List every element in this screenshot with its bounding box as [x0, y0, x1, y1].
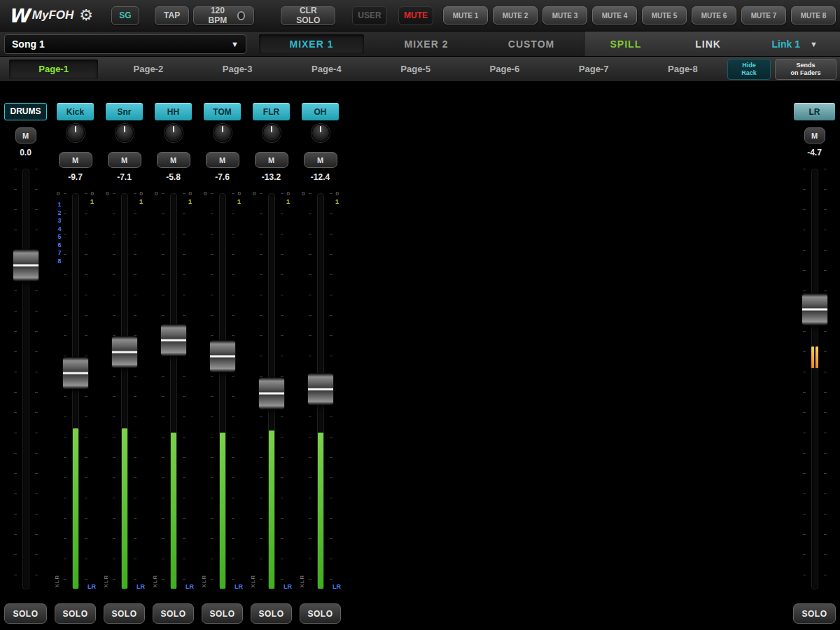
song-selector[interactable]: Song 1 ▼ [4, 34, 246, 54]
link-selector-value: Link 1 [772, 38, 800, 50]
fader-scale-ticks [64, 193, 66, 588]
channel-name-button[interactable]: LR [794, 103, 835, 120]
link-button[interactable]: LINK [667, 38, 750, 50]
channel-name-button[interactable]: Snr [106, 103, 143, 120]
fader-scale-ticks [211, 193, 214, 588]
pan-knob[interactable] [262, 124, 281, 142]
solo-button[interactable]: SOLO [300, 603, 341, 624]
page-tab-2[interactable]: Page-2 [104, 59, 192, 79]
pan-knob[interactable] [214, 124, 232, 142]
fader-handle[interactable] [62, 357, 89, 389]
tab-custom[interactable]: CUSTOM [479, 34, 584, 54]
link-selector[interactable]: Link 1 ▼ [749, 38, 840, 50]
page-tab-8[interactable]: Page-8 [638, 59, 727, 79]
soundgrid-status-button[interactable]: SG [111, 6, 139, 25]
channel-strip: TOM M -7.6 0 0 1 XLR LR SOLO [200, 103, 244, 624]
mute-button[interactable]: M [804, 127, 825, 144]
fader-value: -7.6 [200, 172, 244, 186]
fader-handle[interactable] [802, 293, 828, 326]
channel-strip: FLR M -13.2 0 0 1 XLR LR SOLO [249, 103, 293, 624]
mute-button[interactable]: M [59, 152, 92, 168]
pan-knob[interactable] [312, 124, 330, 142]
fader-handle[interactable] [258, 377, 285, 410]
user-button[interactable]: USER [352, 6, 387, 25]
page-bar: Page-1 Page-2 Page-3 Page-4 Page-5 Page-… [0, 57, 840, 83]
bpm-display-button[interactable]: 120 BPM [193, 6, 254, 25]
output-route-label: LR [88, 583, 96, 590]
page-tab-3[interactable]: Page-3 [193, 59, 282, 79]
meter-scale-ticks [824, 169, 827, 588]
fader-handle[interactable] [13, 249, 39, 281]
mute-button[interactable]: M [108, 152, 141, 168]
master-mute-button[interactable]: MUTE [398, 6, 433, 25]
spill-button[interactable]: SPILL [584, 38, 667, 50]
page-tab-1[interactable]: Page-1 [9, 59, 98, 79]
fader-scale-ticks [162, 193, 164, 588]
fader-handle[interactable] [209, 340, 236, 372]
input-source-label: XLR [54, 575, 60, 588]
channel-strip: Snr M -7.1 0 0 1 XLR LR SOLO [102, 103, 146, 624]
mute-group-3-button[interactable]: MUTE 3 [542, 6, 587, 24]
mute-button[interactable]: M [255, 152, 288, 168]
page-tab-4[interactable]: Page-4 [282, 59, 371, 79]
mute-group-5-button[interactable]: MUTE 5 [642, 6, 687, 24]
sends-on-faders-button[interactable]: Sends on Faders [775, 59, 836, 80]
pan-knob-indicator [222, 126, 223, 132]
channel-name-button[interactable]: OH [302, 103, 339, 120]
solo-button[interactable]: SOLO [55, 603, 96, 624]
mute-group-8-button[interactable]: MUTE 8 [791, 6, 836, 24]
chevron-down-icon: ▼ [231, 40, 239, 48]
tab-mixer-1[interactable]: MIXER 1 [259, 34, 364, 54]
channel-name-button[interactable]: DRUMS [4, 103, 47, 120]
tap-tempo-button[interactable]: TAP [155, 6, 189, 25]
solo-button[interactable]: SOLO [202, 603, 243, 624]
fader-handle[interactable] [111, 336, 138, 368]
mute-group-4-button[interactable]: MUTE 4 [592, 6, 637, 24]
channel-name-button[interactable]: FLR [253, 103, 290, 120]
group-assign-numbers: 1 2 3 4 5 6 7 8 [56, 201, 63, 265]
channel-name-button[interactable]: TOM [204, 103, 241, 120]
solo-button[interactable]: SOLO [251, 603, 292, 624]
fader-scale-zero: 0 [57, 190, 59, 197]
mute-group-6-button[interactable]: MUTE 6 [692, 6, 736, 24]
mute-group-1-button[interactable]: MUTE 1 [443, 6, 488, 24]
settings-gear-icon[interactable]: ⚙ [79, 8, 93, 23]
mute-button[interactable]: M [304, 152, 337, 168]
app-title: MyFOH [32, 8, 74, 22]
solo-button[interactable]: SOLO [4, 603, 47, 624]
top-bar: W MyFOH ⚙ SG TAP 120 BPM CLR SOLO USER M… [0, 0, 840, 31]
tab-mixer-2[interactable]: MIXER 2 [374, 34, 479, 54]
page-tab-5[interactable]: Page-5 [371, 59, 460, 79]
output-route-label: LR [136, 583, 145, 590]
pan-knob-indicator [173, 126, 174, 132]
clear-solo-button[interactable]: CLR SOLO [281, 6, 335, 25]
pan-knob[interactable] [115, 124, 134, 142]
hide-rack-button[interactable]: Hide Rack [727, 59, 771, 80]
channel-name-button[interactable]: Kick [57, 103, 94, 120]
fader-area: 0 0 1 XLR LR [249, 188, 293, 599]
page-tab-6[interactable]: Page-6 [460, 59, 549, 79]
pan-knob[interactable] [66, 124, 85, 142]
mixer-tabs: MIXER 1 MIXER 2 CUSTOM [249, 31, 584, 56]
fader-handle[interactable] [160, 324, 187, 356]
solo-button[interactable]: SOLO [104, 603, 145, 624]
mute-button[interactable]: M [206, 152, 239, 168]
solo-button[interactable]: SOLO [153, 603, 194, 624]
pan-knob[interactable] [164, 124, 183, 142]
mute-button[interactable]: M [15, 127, 36, 144]
layer-marker: 1 [90, 198, 94, 205]
mute-button[interactable]: M [157, 152, 190, 168]
layer-marker: 1 [139, 198, 143, 205]
mute-group-7-button[interactable]: MUTE 7 [741, 6, 786, 24]
fader-handle[interactable] [307, 373, 334, 405]
level-meter [122, 428, 127, 589]
pan-knob-indicator [75, 126, 76, 132]
channel-name-button[interactable]: HH [155, 103, 192, 120]
input-source-label: XLR [201, 575, 207, 588]
page-tabs: Page-1 Page-2 Page-3 Page-4 Page-5 Page-… [4, 59, 727, 79]
meter-scale-zero: 0 [189, 190, 192, 197]
fader-scale-zero: 0 [253, 190, 255, 197]
solo-button[interactable]: SOLO [793, 603, 836, 624]
mute-group-2-button[interactable]: MUTE 2 [493, 6, 538, 24]
page-tab-7[interactable]: Page-7 [550, 59, 638, 79]
